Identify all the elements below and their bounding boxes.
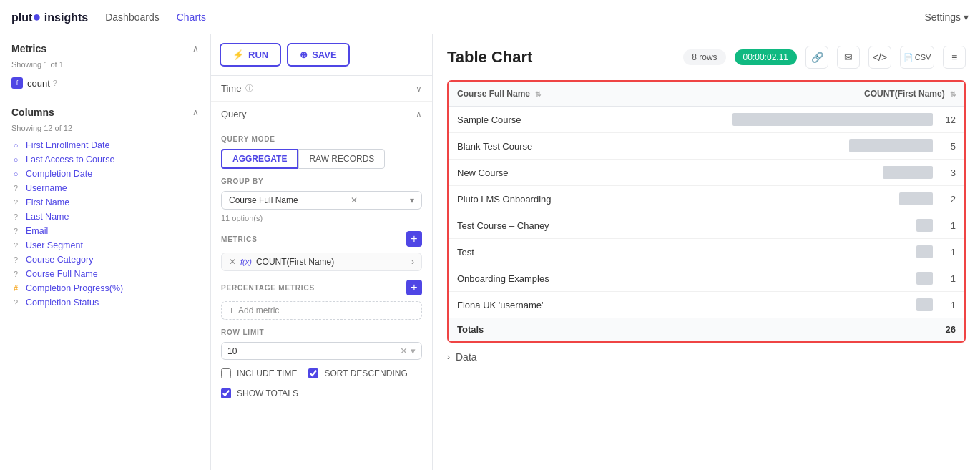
table-row: Test Course – Chaney 1 <box>449 212 964 239</box>
table-cell-course: Onboarding Examples <box>449 265 655 292</box>
pct-metrics-label: PERCENTAGE METRICS <box>221 284 315 292</box>
add-metric-button[interactable]: + <box>406 231 422 247</box>
metric-help-icon[interactable]: ? <box>53 79 57 87</box>
include-time-checkbox-row[interactable]: INCLUDE TIME <box>221 368 297 378</box>
logo-dot: ● <box>32 9 41 24</box>
col-course-category-label[interactable]: Course Category <box>26 255 94 265</box>
col-first-name-label[interactable]: First Name <box>26 197 69 207</box>
sort-descending-checkbox-row[interactable]: SORT DESCENDING <box>308 368 407 378</box>
query-section-row[interactable]: Query ∧ <box>211 102 432 127</box>
table-cell-course: Sample Course <box>449 107 655 133</box>
time-chevron-icon: ∨ <box>416 84 422 94</box>
table-row: Onboarding Examples 1 <box>449 265 964 292</box>
row-limit-clear-icon[interactable]: ✕ <box>400 346 408 356</box>
time-section-row[interactable]: Time ⓘ ∨ <box>211 76 432 102</box>
col-last-name: ? Last Name <box>11 210 199 224</box>
col-type-icon: ? <box>11 255 20 264</box>
col-type-icon: ? <box>11 198 20 207</box>
col-sort-icon[interactable]: ⇅ <box>535 90 541 98</box>
col-last-name-label[interactable]: Last Name <box>26 212 69 222</box>
chart-table-wrapper: Course Full Name ⇅ COUNT(First Name) ⇅ S… <box>447 80 966 343</box>
add-metric-row[interactable]: + Add metric <box>221 301 422 320</box>
col-last-access: ○ Last Access to Course <box>11 152 199 167</box>
settings-chevron-icon: ▾ <box>964 11 969 23</box>
nav-dashboards[interactable]: Dashboards <box>105 11 160 23</box>
table-cell-course-name: Fiona UK 'username' <box>457 300 544 310</box>
columns-section-header: Columns ∧ <box>11 107 199 118</box>
col-username-label[interactable]: Username <box>26 183 67 193</box>
col-last-access-label[interactable]: Last Access to Course <box>26 155 114 165</box>
col-first-enrollment-label[interactable]: First Enrollment Date <box>26 140 109 150</box>
row-limit-dropdown-icon[interactable]: ▾ <box>411 346 416 356</box>
group-by-remove-icon[interactable]: ✕ <box>351 195 358 205</box>
rows-badge: 8 rows <box>683 49 725 65</box>
columns-chevron-icon[interactable]: ∧ <box>192 107 199 117</box>
csv-icon-button[interactable]: 📄 CSV <box>900 46 934 69</box>
table-cell-bar: 1 <box>655 292 964 318</box>
col-completion-progress-label[interactable]: Completion Progress(%) <box>26 283 123 293</box>
col-user-segment-label[interactable]: User Segment <box>26 240 83 250</box>
row-limit-value: 10 <box>227 346 396 356</box>
data-toggle[interactable]: › Data <box>447 343 966 371</box>
save-icon: ⊕ <box>300 49 308 60</box>
nav-charts[interactable]: Charts <box>177 11 206 23</box>
count-value: 1 <box>941 220 956 231</box>
middle-panel: ⚡ RUN ⊕ SAVE Time ⓘ ∨ Query <box>211 34 433 470</box>
metric-expand-icon[interactable]: › <box>411 257 414 267</box>
col-type-icon: ? <box>11 241 20 250</box>
table-cell-bar: 5 <box>655 133 964 160</box>
metric-remove-icon[interactable]: ✕ <box>229 257 236 267</box>
sidebar: Metrics ∧ Showing 1 of 1 f count ? Colum… <box>0 34 211 470</box>
col-completion-status-label[interactable]: Completion Status <box>26 298 99 308</box>
table-cell-course: Pluto LMS Onboarding <box>449 186 655 212</box>
totals-count: 26 <box>655 318 964 341</box>
add-pct-metric-button[interactable]: + <box>406 280 422 295</box>
aggregate-mode-button[interactable]: AGGREGATE <box>221 149 298 169</box>
col-first-enrollment: ○ First Enrollment Date <box>11 138 199 152</box>
sort-descending-checkbox[interactable] <box>308 368 318 378</box>
table-cell-course-name: Blank Test Course <box>457 141 532 152</box>
code-icon-button[interactable]: </> <box>868 46 891 69</box>
run-icon: ⚡ <box>232 49 244 60</box>
more-options-button[interactable]: ≡ <box>943 46 966 69</box>
raw-records-mode-button[interactable]: RAW RECORDS <box>298 149 385 169</box>
show-totals-label: SHOW TOTALS <box>237 388 298 398</box>
table-cell-course-name: Onboarding Examples <box>457 273 549 284</box>
table-cell-bar: 1 <box>655 239 964 265</box>
col-course-full-name-label[interactable]: Course Full Name <box>26 269 98 279</box>
row-limit-select[interactable]: 10 ✕ ▾ <box>221 342 422 360</box>
link-icon-button[interactable]: 🔗 <box>805 46 828 69</box>
save-button[interactable]: ⊕ SAVE <box>287 43 349 67</box>
col-completion-progress: # Completion Progress(%) <box>11 281 199 295</box>
col-count-sort-icon[interactable]: ⇅ <box>950 90 956 98</box>
col-type-icon: ? <box>11 298 20 307</box>
col-username: ? Username <box>11 181 199 195</box>
table-cell-course-name: Test <box>457 247 474 258</box>
col-header-count-label: COUNT(First Name) <box>864 89 945 99</box>
metrics-chevron-icon[interactable]: ∧ <box>192 44 199 54</box>
email-icon-button[interactable]: ✉ <box>837 46 860 69</box>
count-value: 5 <box>941 141 956 152</box>
settings-label: Settings <box>924 11 961 23</box>
show-totals-checkbox-row[interactable]: SHOW TOTALS <box>221 388 422 398</box>
logo-text: plut● insights <box>11 9 88 25</box>
show-totals-checkbox[interactable] <box>221 388 231 398</box>
table-row: Sample Course 12 <box>449 107 964 133</box>
col-email-label[interactable]: Email <box>26 226 48 236</box>
col-completion-date-label[interactable]: Completion Date <box>26 169 92 179</box>
include-time-checkbox[interactable] <box>221 368 231 378</box>
col-course-full-name: ? Course Full Name <box>11 267 199 281</box>
query-section-label: Query <box>221 109 246 119</box>
group-by-dropdown-icon[interactable]: ▾ <box>410 195 414 205</box>
metrics-section-header: Metrics ∧ <box>11 43 199 54</box>
time-label: Time ⓘ <box>221 83 253 94</box>
run-button[interactable]: ⚡ RUN <box>220 43 281 67</box>
plus-icon: + <box>229 305 234 315</box>
group-by-tag: Course Full Name ✕ ▾ <box>221 191 422 210</box>
table-cell-course: Test Course – Chaney <box>449 212 655 239</box>
settings-button[interactable]: Settings ▾ <box>924 11 969 23</box>
main-layout: Metrics ∧ Showing 1 of 1 f count ? Colum… <box>0 34 980 470</box>
table-row: Fiona UK 'username' 1 <box>449 292 964 318</box>
count-value: 3 <box>941 167 956 178</box>
group-by-tag-label: Course Full Name <box>229 195 298 205</box>
